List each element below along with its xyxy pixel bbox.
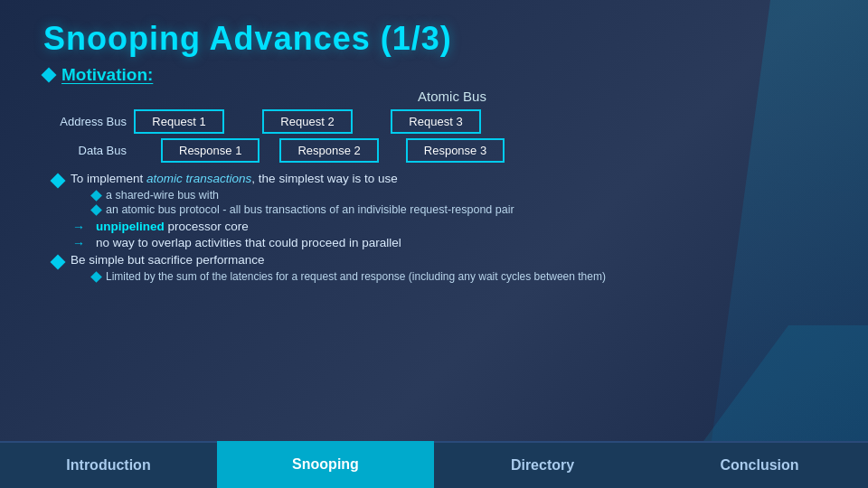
- sub-bullet-1a: a shared-wire bus with: [92, 189, 825, 202]
- motivation-section: Motivation:: [43, 65, 825, 85]
- diamond-icon: [42, 68, 57, 83]
- bullet-simple-text: Be simple but sacrifice performance: [71, 253, 265, 267]
- slide-title: Snooping Advances (1/3): [43, 20, 825, 58]
- sub-diamond-1a: [90, 190, 102, 202]
- sub-bullet-1b: an atomic bus protocol - all bus transac…: [92, 203, 825, 216]
- bullet-section: To implement atomic transactions, the si…: [52, 172, 825, 283]
- bullet-atomic-text: To implement atomic transactions, the si…: [71, 172, 398, 185]
- bus-diagram: Address Bus Request 1 Request 2 Request …: [52, 109, 825, 163]
- request1-box: Request 1: [134, 109, 224, 134]
- address-bus-label: Address Bus: [52, 115, 134, 128]
- arrow-icon-1: →: [72, 220, 85, 234]
- response3-box: Response 3: [406, 138, 505, 163]
- arrow-text-2: no way to overlap activities that could …: [96, 236, 401, 249]
- request2-box: Request 2: [262, 109, 353, 134]
- address-bus-row: Address Bus Request 1 Request 2 Request …: [52, 109, 825, 134]
- request3-box: Request 3: [391, 109, 481, 134]
- response1-box: Response 1: [161, 138, 259, 163]
- arrow-bullet-1: → unpipelined processor core: [72, 220, 825, 234]
- arrow-icon-2: →: [72, 236, 85, 250]
- sub-text-2: Limited by the sum of the latencies for …: [106, 270, 606, 283]
- sub-text-1b: an atomic bus protocol - all bus transac…: [106, 203, 514, 216]
- tab-introduction-label: Introduction: [66, 457, 150, 474]
- bullet-atomic: To implement atomic transactions, the si…: [52, 172, 825, 186]
- tab-snooping-label: Snooping: [292, 456, 359, 473]
- data-bus-row: Data Bus Response 1 Response 2 Response …: [52, 138, 825, 163]
- sub-text-1a: a shared-wire bus with: [106, 189, 219, 202]
- arrow-text-1: unpipelined processor core: [96, 220, 249, 233]
- atomic-link: atomic transactions: [146, 172, 251, 185]
- data-bus-label: Data Bus: [52, 144, 134, 157]
- motivation-label: Motivation:: [61, 65, 153, 85]
- sub-bullet-2: Limited by the sum of the latencies for …: [92, 270, 825, 283]
- tab-directory[interactable]: Directory: [434, 441, 651, 488]
- bullet-simple: Be simple but sacrifice performance: [52, 253, 825, 267]
- sub-diamond-1b: [90, 204, 102, 216]
- sub-diamond-2: [90, 271, 102, 283]
- arrow-bullet-2: → no way to overlap activities that coul…: [72, 236, 825, 250]
- response2-box: Response 2: [279, 138, 378, 163]
- tab-introduction[interactable]: Introduction: [0, 441, 217, 488]
- tab-snooping[interactable]: Snooping: [217, 441, 434, 488]
- tab-conclusion-label: Conclusion: [720, 457, 798, 474]
- bullet-diamond-2: [51, 255, 66, 270]
- atomic-bus-label: Atomic Bus: [80, 89, 825, 104]
- footer-nav: Introduction Snooping Directory Conclusi…: [0, 441, 868, 488]
- bullet-diamond-1: [51, 174, 66, 189]
- tab-directory-label: Directory: [511, 457, 574, 474]
- tab-conclusion[interactable]: Conclusion: [651, 441, 868, 488]
